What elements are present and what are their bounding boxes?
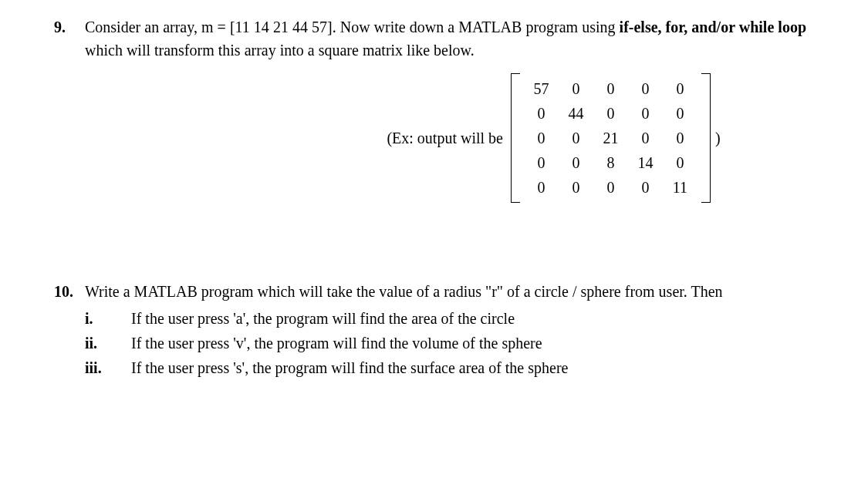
q10-item-num: ii. — [85, 332, 131, 355]
q10-text: Write a MATLAB program which will take t… — [85, 280, 806, 303]
matrix-cell: 0 — [628, 175, 663, 200]
q9-text-bold: if-else, for, and/or while loop — [620, 19, 806, 35]
matrix-cell: 0 — [663, 101, 697, 126]
matrix-cell: 0 — [524, 101, 559, 126]
matrix-cell: 14 — [628, 150, 663, 175]
question-9: 9. Consider an array, m = [11 14 21 44 5… — [54, 15, 806, 203]
matrix-example: (Ex: output will be 57 0 0 0 0 0 44 0 0 … — [301, 73, 806, 203]
matrix-cell: 8 — [593, 150, 628, 175]
matrix-cell: 11 — [663, 175, 697, 200]
question-10-number: 10. — [54, 280, 85, 381]
matrix-left-bracket — [511, 73, 520, 203]
matrix-cell: 0 — [593, 76, 628, 101]
matrix-cell: 44 — [559, 101, 593, 126]
matrix-cell: 0 — [628, 126, 663, 150]
matrix-close-paren: ) — [715, 126, 721, 150]
matrix-cell: 0 — [663, 126, 697, 150]
question-9-body: Consider an array, m = [11 14 21 44 57].… — [85, 15, 806, 203]
matrix-cell: 57 — [524, 76, 559, 101]
question-10: 10. Write a MATLAB program which will ta… — [54, 280, 806, 381]
matrix-wrapper: 57 0 0 0 0 0 44 0 0 0 0 0 21 0 0 0 0 — [511, 73, 711, 203]
matrix-grid: 57 0 0 0 0 0 44 0 0 0 0 0 21 0 0 0 0 — [520, 73, 701, 203]
q10-item-text: If the user press 'v', the program will … — [131, 332, 806, 355]
q10-sublist: i. If the user press 'a', the program wi… — [85, 307, 806, 379]
q10-item-num: iii. — [85, 356, 131, 379]
q10-item-num: i. — [85, 307, 131, 330]
matrix-cell: 0 — [559, 126, 593, 150]
matrix-cell: 0 — [524, 150, 559, 175]
matrix-cell: 0 — [524, 126, 559, 150]
matrix-cell: 0 — [663, 150, 697, 175]
q10-item-i: i. If the user press 'a', the program wi… — [85, 307, 806, 330]
question-9-number: 9. — [54, 15, 85, 203]
matrix-prefix-label: (Ex: output will be — [387, 126, 503, 150]
matrix-cell: 0 — [593, 175, 628, 200]
question-10-body: Write a MATLAB program which will take t… — [85, 280, 806, 381]
matrix-cell: 0 — [663, 76, 697, 101]
q10-item-text: If the user press 's', the program will … — [131, 356, 806, 379]
matrix-cell: 0 — [559, 175, 593, 200]
matrix-cell: 0 — [628, 101, 663, 126]
q10-item-text: If the user press 'a', the program will … — [131, 307, 806, 330]
q10-item-ii: ii. If the user press 'v', the program w… — [85, 332, 806, 355]
matrix-cell: 0 — [593, 101, 628, 126]
q9-text-part2: which will transform this array into a s… — [85, 42, 475, 59]
matrix-cell: 0 — [628, 76, 663, 101]
q9-text-part1: Consider an array, m = [11 14 21 44 57].… — [85, 19, 620, 35]
matrix-right-bracket — [701, 73, 711, 203]
matrix-cell: 0 — [559, 76, 593, 101]
matrix-cell: 21 — [593, 126, 628, 150]
matrix-cell: 0 — [559, 150, 593, 175]
matrix-cell: 0 — [524, 175, 559, 200]
q10-item-iii: iii. If the user press 's', the program … — [85, 356, 806, 379]
